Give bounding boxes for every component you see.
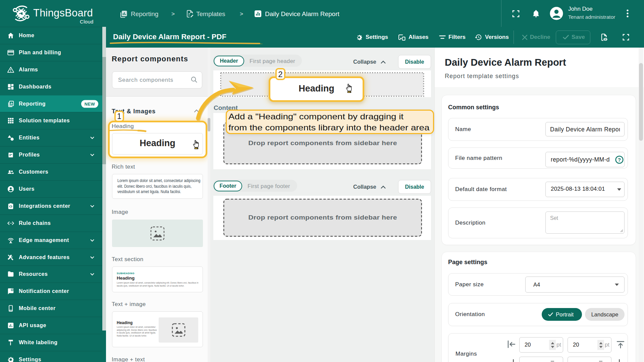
svg-text:?: ?: [618, 157, 621, 163]
